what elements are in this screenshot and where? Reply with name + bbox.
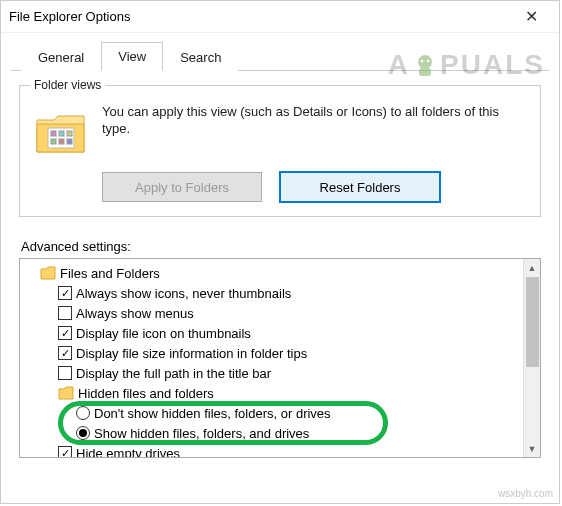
tab-strip: General View Search	[11, 33, 549, 71]
tree-item[interactable]: ✓ Display file size information in folde…	[22, 343, 521, 363]
tree-group-label: Hidden files and folders	[78, 386, 214, 401]
tree-root-files-and-folders: Files and Folders	[22, 263, 521, 283]
titlebar: File Explorer Options ✕	[1, 1, 559, 33]
tree-item[interactable]: Display the full path in the title bar	[22, 363, 521, 383]
tree-item-label: Always show menus	[76, 306, 194, 321]
radio-icon[interactable]	[76, 426, 90, 440]
checkbox-icon[interactable]: ✓	[58, 286, 72, 300]
advanced-settings-tree: Files and Folders ✓ Always show icons, n…	[19, 258, 541, 458]
tab-panel-view: Folder views You can apply this view (su…	[1, 71, 559, 468]
window-title: File Explorer Options	[9, 9, 511, 24]
svg-rect-1	[51, 131, 56, 136]
checkbox-icon[interactable]	[58, 366, 72, 380]
checkbox-icon[interactable]: ✓	[58, 446, 72, 457]
folder-icon	[40, 266, 56, 280]
tree-item[interactable]: ✓ Hide empty drives	[22, 443, 521, 457]
radio-label: Show hidden files, folders, and drives	[94, 426, 309, 441]
tab-view[interactable]: View	[101, 42, 163, 71]
checkbox-icon[interactable]: ✓	[58, 346, 72, 360]
folder-views-text: You can apply this view (such as Details…	[102, 104, 526, 138]
tree-item-label: Hide empty drives	[76, 446, 180, 458]
folder-views-group: Folder views You can apply this view (su…	[19, 85, 541, 217]
checkbox-icon[interactable]: ✓	[58, 326, 72, 340]
advanced-settings-label: Advanced settings:	[21, 239, 541, 254]
svg-rect-4	[51, 139, 56, 144]
tab-general[interactable]: General	[21, 43, 101, 71]
scroll-up-arrow-icon[interactable]: ▲	[524, 259, 540, 276]
svg-rect-2	[59, 131, 64, 136]
dialog-window: File Explorer Options ✕ General View Sea…	[0, 0, 560, 504]
tree-item-label: Display the full path in the title bar	[76, 366, 271, 381]
tree-item-label: Display file size information in folder …	[76, 346, 307, 361]
folder-views-legend: Folder views	[30, 78, 105, 92]
folder-views-icon	[34, 106, 88, 160]
scroll-thumb[interactable]	[526, 277, 539, 367]
tab-search[interactable]: Search	[163, 43, 238, 71]
radio-icon[interactable]	[76, 406, 90, 420]
close-button[interactable]: ✕	[511, 7, 551, 26]
radio-show-hidden[interactable]: Show hidden files, folders, and drives	[22, 423, 521, 443]
svg-rect-3	[67, 131, 72, 136]
folder-icon	[58, 386, 74, 400]
tree-item-label: Always show icons, never thumbnails	[76, 286, 291, 301]
tree-item-label: Display file icon on thumbnails	[76, 326, 251, 341]
svg-rect-5	[59, 139, 64, 144]
reset-folders-button[interactable]: Reset Folders	[280, 172, 440, 202]
tree-item[interactable]: ✓ Display file icon on thumbnails	[22, 323, 521, 343]
tree-root-label: Files and Folders	[60, 266, 160, 281]
apply-to-folders-button: Apply to Folders	[102, 172, 262, 202]
svg-rect-6	[67, 139, 72, 144]
tree-item[interactable]: Always show menus	[22, 303, 521, 323]
vertical-scrollbar[interactable]: ▲ ▼	[523, 259, 540, 457]
radio-dont-show-hidden[interactable]: Don't show hidden files, folders, or dri…	[22, 403, 521, 423]
radio-label: Don't show hidden files, folders, or dri…	[94, 406, 331, 421]
checkbox-icon[interactable]	[58, 306, 72, 320]
tree-item[interactable]: ✓ Always show icons, never thumbnails	[22, 283, 521, 303]
source-watermark: wsxbyh.com	[498, 488, 553, 499]
tree-group-hidden-files: Hidden files and folders	[22, 383, 521, 403]
scroll-down-arrow-icon[interactable]: ▼	[524, 440, 540, 457]
